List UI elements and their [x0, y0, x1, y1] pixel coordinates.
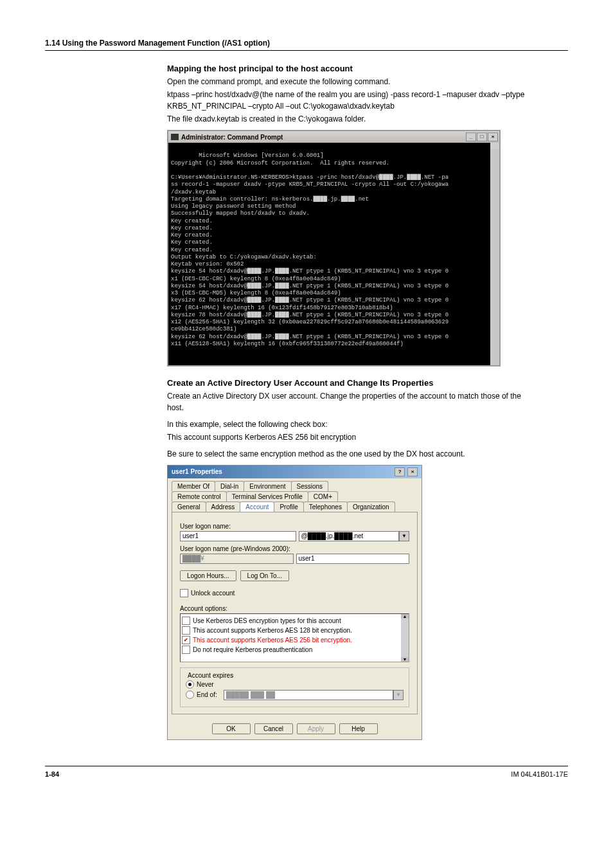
body-text: Create an Active Directory DX user accou… — [167, 390, 527, 413]
tab-row: General Address Account Profile Telephon… — [168, 502, 422, 512]
option-label: This account supports Kerberos AES 256 b… — [193, 637, 352, 644]
unlock-checkbox[interactable] — [180, 589, 188, 597]
tab-environment[interactable]: Environment — [244, 481, 291, 491]
apply-button[interactable]: Apply — [297, 723, 335, 734]
command-prompt-window: Administrator: Command Prompt _ □ × Micr… — [167, 130, 501, 366]
tab-address[interactable]: Address — [206, 502, 241, 512]
help-button[interactable]: Help — [339, 723, 378, 734]
dialog-titlebar: user1 Properties ? × — [168, 466, 422, 478]
subheading-mapping: Mapping the host principal to the host a… — [167, 64, 527, 73]
pre2000-user-input[interactable] — [296, 554, 410, 564]
scrollbar[interactable] — [490, 143, 499, 365]
section-heading: 1.14 Using the Password Management Funct… — [45, 39, 568, 48]
end-of-radio[interactable] — [186, 691, 194, 699]
logon-name-label: User logon name: — [180, 523, 409, 530]
cancel-button[interactable]: Cancel — [254, 723, 293, 734]
cmd-icon — [171, 134, 179, 140]
option-checkbox[interactable] — [182, 626, 190, 635]
account-tab-pane: User logon name: @████.jp.████.net ▼ Use… — [172, 512, 418, 714]
end-of-label: End of: — [197, 691, 217, 698]
option-checkbox[interactable]: ✔ — [182, 636, 190, 644]
option-label: This account supports Kerberos AES 128 b… — [193, 627, 352, 634]
page-number: 1-84 — [45, 770, 59, 778]
logon-hours-button[interactable]: Logon Hours... — [180, 570, 236, 581]
tab-row: Remote control Terminal Services Profile… — [168, 491, 422, 502]
properties-dialog: user1 Properties ? × Member Of Dial-in E… — [167, 465, 422, 740]
tab-row: Member Of Dial-in Environment Sessions — [168, 478, 422, 491]
close-button[interactable]: × — [488, 132, 498, 141]
doc-id: IM 04L41B01-17E — [511, 770, 568, 778]
command-output: Microsoft Windows [Version 6.0.6001] Cop… — [168, 143, 499, 365]
body-text: In this example, select the following ch… — [167, 419, 527, 430]
logon-name-input[interactable] — [180, 531, 296, 541]
tab-terminal-services[interactable]: Terminal Services Profile — [226, 491, 308, 502]
option-label: Do not require Kerberos preauthenticatio… — [193, 646, 312, 653]
tab-com-plus[interactable]: COM+ — [308, 491, 338, 502]
tab-remote-control[interactable]: Remote control — [172, 491, 227, 502]
tab-sessions[interactable]: Sessions — [291, 481, 329, 491]
tab-dial-in[interactable]: Dial-in — [215, 481, 244, 491]
minimize-button[interactable]: _ — [466, 132, 476, 141]
tab-profile[interactable]: Profile — [274, 502, 303, 512]
maximize-button[interactable]: □ — [477, 132, 487, 141]
account-options-list[interactable]: Use Kerberos DES encryption types for th… — [180, 613, 409, 662]
body-text: ktpass –princ host/dxadv@(the name of th… — [167, 89, 527, 112]
unlock-label: Unlock account — [191, 590, 235, 597]
page-footer: 1-84 IM 04L41B01-17E — [45, 766, 568, 778]
close-button[interactable]: × — [407, 467, 418, 476]
account-options-label: Account options: — [180, 605, 409, 612]
option-checkbox[interactable] — [182, 617, 190, 625]
dialog-buttons: OK Cancel Apply Help — [168, 718, 422, 739]
end-of-date[interactable]: █████ ███ ██ — [224, 690, 393, 700]
chevron-down-icon[interactable]: ▼ — [399, 531, 409, 541]
body-text: Open the command prompt, and execute the… — [167, 76, 527, 87]
option-checkbox[interactable] — [182, 646, 190, 654]
never-radio[interactable] — [186, 680, 194, 689]
tab-member-of[interactable]: Member Of — [172, 481, 215, 491]
body-text: The file dxadv.keytab is created in the … — [167, 113, 527, 125]
dialog-title: user1 Properties — [172, 468, 222, 475]
window-title: Administrator: Command Prompt — [181, 134, 283, 141]
tab-organization[interactable]: Organization — [347, 502, 395, 512]
subheading-create-account: Create an Active Directory User Account … — [167, 378, 527, 388]
tab-telephones[interactable]: Telephones — [303, 502, 348, 512]
tab-general[interactable]: General — [172, 502, 206, 512]
help-button[interactable]: ? — [395, 467, 405, 476]
account-expires-group: Account expires Never End of: █████ ███ … — [180, 667, 409, 707]
chevron-down-icon[interactable]: ▼ — [393, 690, 404, 700]
scrollbar[interactable] — [401, 614, 409, 662]
ok-button[interactable]: OK — [212, 723, 251, 734]
pre2000-label: User logon name (pre-Windows 2000): — [180, 545, 409, 552]
group-title: Account expires — [186, 672, 235, 679]
command-output-text: Microsoft Windows [Version 6.0.6001] Cop… — [171, 152, 449, 347]
option-label: Use Kerberos DES encryption types for th… — [193, 617, 341, 624]
never-label: Never — [197, 681, 214, 688]
divider — [45, 50, 568, 51]
realm-combo[interactable]: @████.jp.████.net — [299, 531, 400, 541]
tab-account[interactable]: Account — [240, 502, 274, 512]
body-text: This account supports Kerberos AES 256 b… — [167, 431, 527, 443]
domain-display: ████¥ — [180, 554, 294, 564]
log-on-to-button[interactable]: Log On To... — [240, 570, 289, 581]
window-titlebar: Administrator: Command Prompt _ □ × — [168, 131, 499, 143]
body-text: Be sure to select the same encryption me… — [167, 448, 527, 460]
